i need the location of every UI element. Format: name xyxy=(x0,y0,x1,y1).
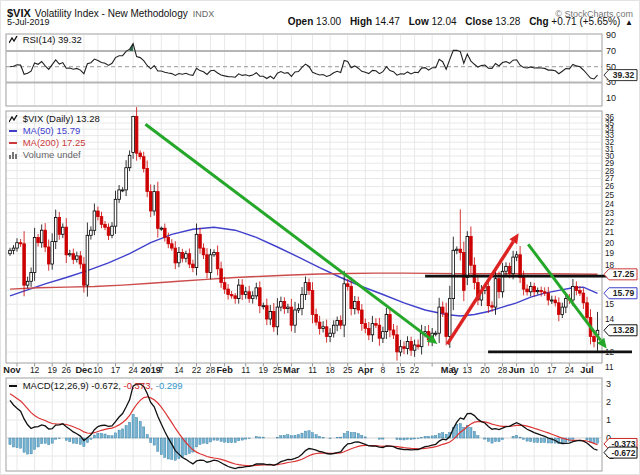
x-tick-label: 6 xyxy=(451,365,456,375)
x-tick-label: 14 xyxy=(174,365,184,375)
macd-badge--0.672: -0.672 xyxy=(604,447,637,458)
x-tick-label: Jul xyxy=(580,365,593,375)
price-badge-15.79: 15.79 xyxy=(604,288,637,299)
price-axis-label: 20 xyxy=(605,239,615,248)
x-tick-label: Feb xyxy=(216,365,233,375)
open-label: Open xyxy=(288,16,314,27)
x-tick-label: 8 xyxy=(381,365,386,375)
x-tick-label: 17 xyxy=(111,365,121,375)
rsi-axis-label: 10 xyxy=(606,93,616,103)
price-axis-label: 11 xyxy=(605,363,614,372)
stockcharts-vix-chart: { "header": { "symbol": "$VIX", "title":… xyxy=(0,0,640,475)
price-axis-label: 12 xyxy=(605,348,615,357)
x-tick-label: 22 xyxy=(192,365,202,375)
x-tick-label: 17 xyxy=(547,365,557,375)
axis-labels: 9070503010363534333231302928272625242322… xyxy=(605,30,616,461)
x-tick-label: 28 xyxy=(206,365,216,375)
x-tick-label: 26 xyxy=(62,365,72,375)
price-badge-17.25: 17.25 xyxy=(604,269,637,280)
macd-axis-label: 2 xyxy=(606,397,611,407)
x-tick-label: 11 xyxy=(241,365,250,375)
price-axis-label: 15 xyxy=(605,300,615,309)
rsi-axis-label: 70 xyxy=(606,46,616,56)
svg-text:15.79: 15.79 xyxy=(613,288,635,298)
chart-date: 5-Jul-2019 xyxy=(7,17,50,27)
quote-summary: Open 13.00 High 14.47 Low 12.04 Close 13… xyxy=(282,16,633,27)
chg-label: Chg xyxy=(529,16,548,27)
x-tick-label: Dec xyxy=(75,365,92,375)
x-tick-label: 25 xyxy=(273,365,283,375)
x-tick-label: 15 xyxy=(396,365,406,375)
header-row-2: 5-Jul-2019 Open 13.00 High 14.47 Low 12.… xyxy=(7,16,633,27)
svg-text:-0.672: -0.672 xyxy=(611,448,635,458)
price-axis-label: 25 xyxy=(605,191,615,200)
x-tick-label: 28 xyxy=(498,365,508,375)
macd-axis-label: 1 xyxy=(606,415,611,425)
x-tick-label: Mar xyxy=(283,365,300,375)
x-tick-label: 10 xyxy=(529,365,539,375)
svg-text:17.25: 17.25 xyxy=(613,269,635,279)
x-tick-label: 25 xyxy=(343,365,353,375)
price-axis-label: 21 xyxy=(605,228,615,237)
chart-canvas: 9070503010363534333231302928272625242322… xyxy=(1,1,640,475)
high-value: 14.47 xyxy=(375,16,400,27)
price-axis-label: 14 xyxy=(605,315,615,324)
rsi-value-badge: 39.32 xyxy=(604,70,637,81)
x-tick-label: 24 xyxy=(565,365,575,375)
x-tick-label: 2019 xyxy=(140,365,160,375)
x-tick-label: 18 xyxy=(325,365,335,375)
x-tick-label: 19 xyxy=(259,365,269,375)
x-tick-label: Nov xyxy=(3,365,21,375)
low-label: Low xyxy=(409,16,429,27)
price-badge-13.28: 13.28 xyxy=(604,325,637,336)
chg-value: +0.71 (+5.65%) xyxy=(551,16,620,27)
rsi-axis-label: 90 xyxy=(606,30,616,40)
x-tick-label: 19 xyxy=(47,365,57,375)
x-tick-label: 20 xyxy=(480,365,490,375)
x-axis: Nov121926Dec10172420197142228Feb111925Ma… xyxy=(3,363,593,375)
close-value: 13.28 xyxy=(495,16,520,27)
up-triangle-icon: ▲ xyxy=(625,18,633,27)
x-tick-label: 7 xyxy=(159,365,164,375)
price-axis-label: 19 xyxy=(605,249,615,258)
x-tick-label: 10 xyxy=(93,365,103,375)
x-tick-label: 12 xyxy=(30,365,40,375)
open-value: 13.00 xyxy=(316,16,341,27)
svg-text:13.28: 13.28 xyxy=(613,325,635,335)
x-tick-label: 13 xyxy=(463,365,473,375)
x-tick-label: Jun xyxy=(508,365,525,375)
low-value: 12.04 xyxy=(431,16,456,27)
panel-frames xyxy=(6,34,602,471)
x-tick-label: 24 xyxy=(128,365,138,375)
price-axis-label: 23 xyxy=(605,209,615,218)
close-label: Close xyxy=(465,16,492,27)
x-tick-label: Apr xyxy=(357,365,373,375)
high-label: High xyxy=(350,16,372,27)
x-tick-label: 22 xyxy=(410,365,420,375)
price-axis-label: 24 xyxy=(605,200,615,209)
x-tick-label: 11 xyxy=(308,365,317,375)
price-axis-label: 22 xyxy=(605,218,615,227)
macd-axis-label: 3 xyxy=(606,379,611,389)
svg-text:39.32: 39.32 xyxy=(613,70,635,80)
